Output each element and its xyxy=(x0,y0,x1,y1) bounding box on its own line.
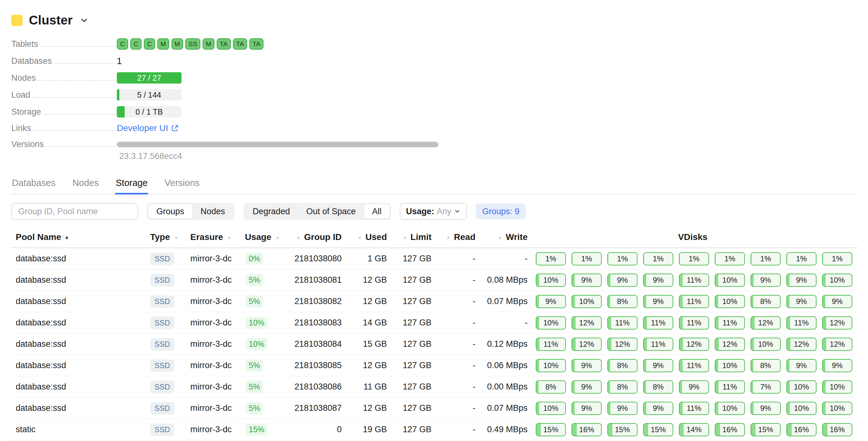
vdisk-box[interactable]: 12% xyxy=(786,338,816,351)
vdisk-box[interactable]: 12% xyxy=(571,338,602,351)
vdisk-box[interactable]: 12% xyxy=(571,316,602,329)
vdisk-box[interactable]: 8% xyxy=(750,359,781,372)
vdisk-box[interactable]: 7% xyxy=(750,380,781,393)
vdisk-box[interactable]: 9% xyxy=(679,380,709,393)
vdisk-box[interactable]: 10% xyxy=(715,402,745,415)
tab-versions[interactable]: Versions xyxy=(164,176,200,194)
vdisk-box[interactable]: 10% xyxy=(715,295,745,308)
vdisk-box[interactable]: 1% xyxy=(822,252,852,265)
tablet-type-badge[interactable]: TA xyxy=(217,38,231,50)
vdisk-box[interactable]: 9% xyxy=(822,359,852,372)
vdisk-box[interactable]: 1% xyxy=(571,252,602,265)
vdisk-box[interactable]: 10% xyxy=(715,359,745,372)
vdisk-box[interactable]: 1% xyxy=(750,252,781,265)
vdisk-box[interactable]: 9% xyxy=(536,295,566,308)
vdisk-box[interactable]: 10% xyxy=(536,359,566,372)
vdisk-box[interactable]: 10% xyxy=(715,274,745,287)
vdisk-box[interactable]: 15% xyxy=(536,423,566,436)
vdisk-box[interactable]: 11% xyxy=(607,316,638,329)
usage-filter-select[interactable]: Usage: Any xyxy=(400,203,467,220)
vdisk-box[interactable]: 11% xyxy=(536,338,566,351)
tablet-type-badge[interactable]: TA xyxy=(249,38,264,50)
vdisk-box[interactable]: 9% xyxy=(643,359,673,372)
vdisk-box[interactable]: 9% xyxy=(571,359,602,372)
toggle-groups[interactable]: Groups xyxy=(148,204,192,219)
tablet-type-badge[interactable]: SS xyxy=(185,38,200,50)
vdisk-box[interactable]: 9% xyxy=(607,402,638,415)
vdisk-box[interactable]: 10% xyxy=(822,274,852,287)
tablet-type-badge[interactable]: M xyxy=(172,38,183,50)
vdisk-box[interactable]: 11% xyxy=(679,402,709,415)
vdisk-box[interactable]: 12% xyxy=(679,338,709,351)
vdisk-box[interactable]: 10% xyxy=(822,402,852,415)
vdisk-box[interactable]: 16% xyxy=(715,423,745,436)
developer-ui-link[interactable]: Developer UI xyxy=(117,123,179,133)
chevron-down-icon[interactable] xyxy=(80,16,89,25)
vdisk-box[interactable]: 11% xyxy=(679,274,709,287)
tablet-type-badge[interactable]: C xyxy=(117,38,128,50)
search-input[interactable] xyxy=(11,203,138,220)
vdisk-box[interactable]: 8% xyxy=(536,380,566,393)
vdisk-box[interactable]: 11% xyxy=(679,295,709,308)
vdisk-box[interactable]: 10% xyxy=(786,380,816,393)
vdisk-box[interactable]: 15% xyxy=(643,423,673,436)
vdisk-box[interactable]: 10% xyxy=(822,380,852,393)
tab-databases[interactable]: Databases xyxy=(11,176,56,194)
vdisk-box[interactable]: 9% xyxy=(786,295,816,308)
vdisk-box[interactable]: 9% xyxy=(643,402,673,415)
vdisk-box[interactable]: 9% xyxy=(822,295,852,308)
vdisk-box[interactable]: 9% xyxy=(607,274,638,287)
vdisk-box[interactable]: 11% xyxy=(679,316,709,329)
vdisk-box[interactable]: 9% xyxy=(786,274,816,287)
tablet-type-badge[interactable]: TA xyxy=(233,38,247,50)
tablet-type-badge[interactable]: M xyxy=(157,38,169,50)
vdisk-box[interactable]: 8% xyxy=(750,295,781,308)
filter-all[interactable]: All xyxy=(364,204,390,219)
vdisk-box[interactable]: 1% xyxy=(786,252,816,265)
column-header-write[interactable]: ▲Write xyxy=(475,232,528,242)
vdisk-box[interactable]: 16% xyxy=(786,423,816,436)
vdisk-box[interactable]: 9% xyxy=(571,274,602,287)
vdisk-box[interactable]: 1% xyxy=(679,252,709,265)
column-header-usage[interactable]: Usage▲ xyxy=(245,232,276,242)
vdisk-box[interactable]: 12% xyxy=(822,316,852,329)
vdisk-box[interactable]: 15% xyxy=(607,423,638,436)
column-header-read[interactable]: ▲Read xyxy=(432,232,475,242)
vdisk-box[interactable]: 9% xyxy=(750,402,781,415)
column-header-erasure[interactable]: Erasure▲ xyxy=(190,232,245,242)
vdisk-box[interactable]: 10% xyxy=(536,274,566,287)
tablet-type-badge[interactable]: C xyxy=(144,38,155,50)
vdisk-box[interactable]: 9% xyxy=(643,295,673,308)
tablet-type-badge[interactable]: C xyxy=(130,38,142,50)
filter-out-of-space[interactable]: Out of Space xyxy=(298,204,364,219)
vdisk-box[interactable]: 12% xyxy=(715,338,745,351)
vdisk-box[interactable]: 8% xyxy=(607,380,638,393)
vdisk-box[interactable]: 16% xyxy=(822,423,852,436)
column-header-used[interactable]: ▲Used xyxy=(342,232,387,242)
vdisk-box[interactable]: 9% xyxy=(643,274,673,287)
vdisk-box[interactable]: 12% xyxy=(607,338,638,351)
vdisk-box[interactable]: 8% xyxy=(643,380,673,393)
tab-nodes[interactable]: Nodes xyxy=(72,176,99,194)
vdisk-box[interactable]: 9% xyxy=(786,359,816,372)
vdisk-box[interactable]: 10% xyxy=(536,316,566,329)
vdisk-box[interactable]: 10% xyxy=(536,402,566,415)
vdisk-box[interactable]: 9% xyxy=(571,402,602,415)
vdisk-box[interactable]: 12% xyxy=(822,338,852,351)
vdisk-box[interactable]: 14% xyxy=(679,423,709,436)
vdisk-box[interactable]: 16% xyxy=(571,423,602,436)
vdisk-box[interactable]: 11% xyxy=(643,338,673,351)
vdisk-box[interactable]: 1% xyxy=(715,252,745,265)
tab-storage[interactable]: Storage xyxy=(115,176,148,194)
vdisk-box[interactable]: 9% xyxy=(571,380,602,393)
vdisk-box[interactable]: 10% xyxy=(750,338,781,351)
column-header-type[interactable]: Type▲ xyxy=(150,232,190,242)
vdisk-box[interactable]: 11% xyxy=(715,380,745,393)
vdisk-box[interactable]: 11% xyxy=(679,359,709,372)
vdisk-box[interactable]: 10% xyxy=(571,295,602,308)
vdisk-box[interactable]: 12% xyxy=(750,316,781,329)
vdisk-box[interactable]: 11% xyxy=(715,316,745,329)
vdisk-box[interactable]: 11% xyxy=(643,316,673,329)
vdisk-box[interactable]: 1% xyxy=(607,252,638,265)
column-header-group-id[interactable]: ▲Group ID xyxy=(276,232,342,242)
